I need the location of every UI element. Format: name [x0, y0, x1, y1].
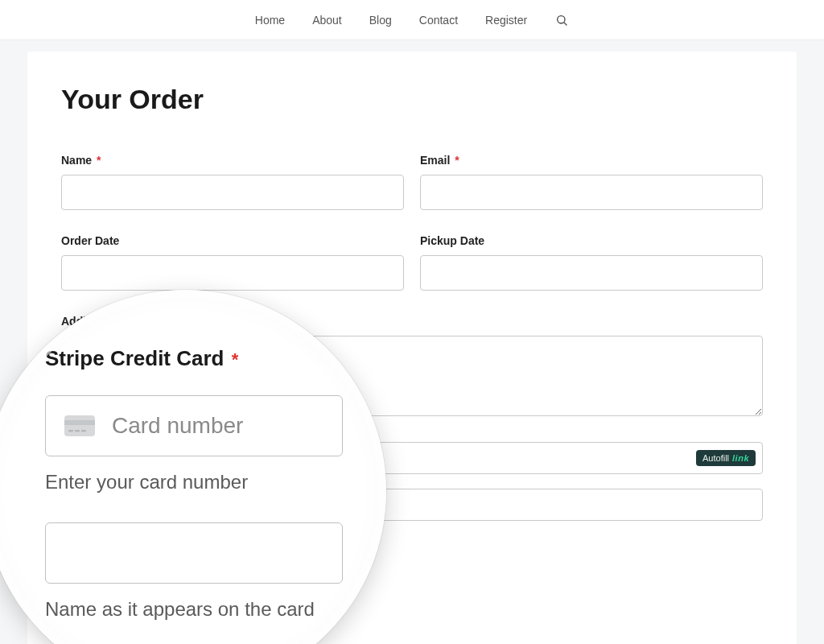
card-number-input[interactable]: Card number	[45, 395, 343, 456]
autofill-brand: link	[732, 453, 749, 463]
stripe-section-title-text: Stripe Credit Card	[45, 346, 225, 370]
pickup-date-field-group: Pickup Date	[420, 234, 763, 291]
name-label: Name *	[61, 154, 404, 167]
name-label-text: Name	[61, 154, 92, 167]
autofill-label: Autofill	[702, 453, 729, 463]
nav-about[interactable]: About	[312, 14, 342, 27]
cardholder-hint: Name as it appears on the card	[45, 598, 343, 621]
pickup-date-input[interactable]	[420, 255, 763, 291]
email-input[interactable]	[420, 175, 763, 210]
order-date-input[interactable]	[61, 255, 404, 291]
autofill-badge[interactable]: Autofill link	[696, 450, 756, 466]
search-icon[interactable]	[554, 13, 569, 27]
order-date-label: Order Date	[61, 234, 404, 247]
svg-rect-4	[68, 430, 73, 432]
required-marker: *	[232, 349, 239, 369]
card-number-placeholder: Card number	[112, 413, 243, 439]
card-number-hint: Enter your card number	[45, 471, 343, 493]
nav-home[interactable]: Home	[255, 14, 285, 27]
email-label: Email *	[420, 154, 763, 167]
nav-blog[interactable]: Blog	[369, 14, 392, 27]
stripe-section-title: Stripe Credit Card *	[45, 346, 343, 371]
nav-contact[interactable]: Contact	[419, 14, 458, 27]
name-input[interactable]	[61, 175, 404, 210]
svg-rect-3	[64, 420, 95, 425]
required-marker: *	[97, 154, 101, 167]
page-title: Your Order	[61, 84, 763, 115]
required-marker: *	[455, 154, 459, 167]
svg-rect-6	[81, 430, 86, 432]
order-date-field-group: Order Date	[61, 234, 404, 291]
cardholder-name-input[interactable]	[45, 522, 343, 584]
svg-rect-2	[64, 415, 95, 436]
name-field-group: Name *	[61, 154, 404, 210]
credit-card-icon	[64, 415, 96, 437]
email-field-group: Email *	[420, 154, 763, 210]
email-label-text: Email	[420, 154, 450, 167]
top-nav: Home About Blog Contact Register	[0, 0, 824, 40]
svg-rect-5	[75, 430, 80, 432]
pickup-date-label: Pickup Date	[420, 234, 763, 247]
nav-register[interactable]: Register	[485, 14, 527, 27]
svg-point-0	[558, 15, 565, 23]
svg-line-1	[564, 23, 566, 25]
